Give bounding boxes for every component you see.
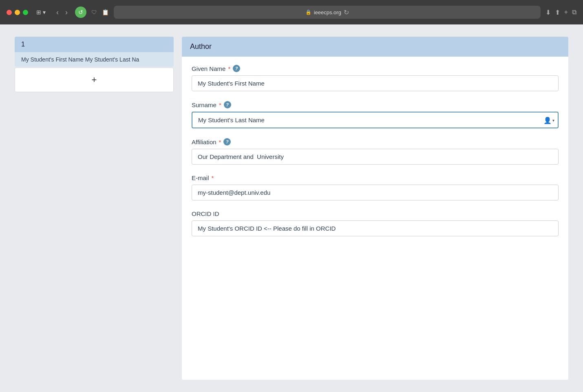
affiliation-label: Affiliation * ?: [192, 138, 559, 145]
affiliation-required: *: [219, 139, 221, 145]
reload-button[interactable]: ↻: [344, 9, 349, 16]
email-input[interactable]: [192, 185, 559, 200]
given-name-label: Given Name * ?: [192, 65, 559, 72]
download-button[interactable]: ⬇: [545, 9, 551, 16]
given-name-help-icon[interactable]: ?: [233, 65, 240, 72]
shield-icon: 🛡: [91, 9, 97, 15]
url-display: ieeecps.org: [314, 9, 341, 15]
email-required: *: [212, 174, 214, 181]
browser-actions: ⬇ ⬆ + ⧉: [545, 9, 576, 16]
person-icon: 👤: [543, 116, 552, 124]
orcid-group: ORCID ID: [192, 210, 559, 236]
browser-chrome: ⊞ ▾ ‹ › ↺ 🛡 📋 🔒 ieeecps.org ↻ ⬇ ⬆ + ⧉: [0, 0, 583, 24]
surname-required: *: [219, 101, 221, 108]
traffic-lights: [7, 10, 28, 15]
surname-help-icon[interactable]: ?: [224, 101, 231, 108]
page-content: 1 My Student's First Name My Student's L…: [0, 24, 583, 392]
forward-button[interactable]: ›: [63, 7, 70, 18]
email-label: E-mail *: [192, 174, 559, 181]
form-body: Given Name * ? Surname * ? 👤 ▾: [182, 57, 568, 254]
left-panel: 1 My Student's First Name My Student's L…: [15, 37, 174, 380]
add-author-button[interactable]: +: [15, 68, 174, 92]
affiliation-help-icon[interactable]: ?: [223, 138, 231, 145]
author-form-panel: Author Given Name * ? Surname * ?: [182, 37, 568, 380]
surname-group: Surname * ? 👤 ▾: [192, 101, 559, 128]
email-group: E-mail *: [192, 174, 559, 200]
given-name-required: *: [228, 65, 230, 72]
sidebar-toggle-button[interactable]: ⊞ ▾: [33, 7, 49, 17]
orcid-input[interactable]: [192, 220, 559, 236]
affiliation-group: Affiliation * ?: [192, 138, 559, 165]
form-header: Author: [182, 37, 568, 57]
lock-icon: 🔒: [305, 9, 311, 15]
new-tab-button[interactable]: +: [564, 9, 568, 16]
maximize-button[interactable]: [23, 10, 28, 15]
extension-icon: 📋: [102, 9, 109, 15]
author-card[interactable]: 1 My Student's First Name My Student's L…: [15, 37, 174, 67]
given-name-group: Given Name * ?: [192, 65, 559, 91]
minimize-button[interactable]: [15, 10, 20, 15]
author-card-number: 1: [15, 37, 174, 52]
given-name-input[interactable]: [192, 75, 559, 91]
tab-overview-button[interactable]: ⧉: [572, 9, 576, 16]
author-card-preview: My Student's First Name My Student's Las…: [15, 52, 174, 67]
close-button[interactable]: [7, 10, 12, 15]
back-button[interactable]: ‹: [54, 7, 61, 18]
autofill-button[interactable]: 👤 ▾: [543, 116, 554, 124]
share-button[interactable]: ⬆: [555, 9, 560, 16]
chevron-down-icon: ▾: [552, 118, 554, 122]
refresh-circle-button[interactable]: ↺: [75, 7, 86, 18]
surname-label: Surname * ?: [192, 101, 559, 108]
nav-buttons: ‹ ›: [54, 7, 70, 18]
surname-input[interactable]: [192, 112, 559, 128]
orcid-label: ORCID ID: [192, 210, 559, 217]
affiliation-input[interactable]: [192, 149, 559, 165]
address-bar[interactable]: 🔒 ieeecps.org ↻: [114, 6, 541, 19]
surname-wrapper: 👤 ▾: [192, 112, 559, 128]
